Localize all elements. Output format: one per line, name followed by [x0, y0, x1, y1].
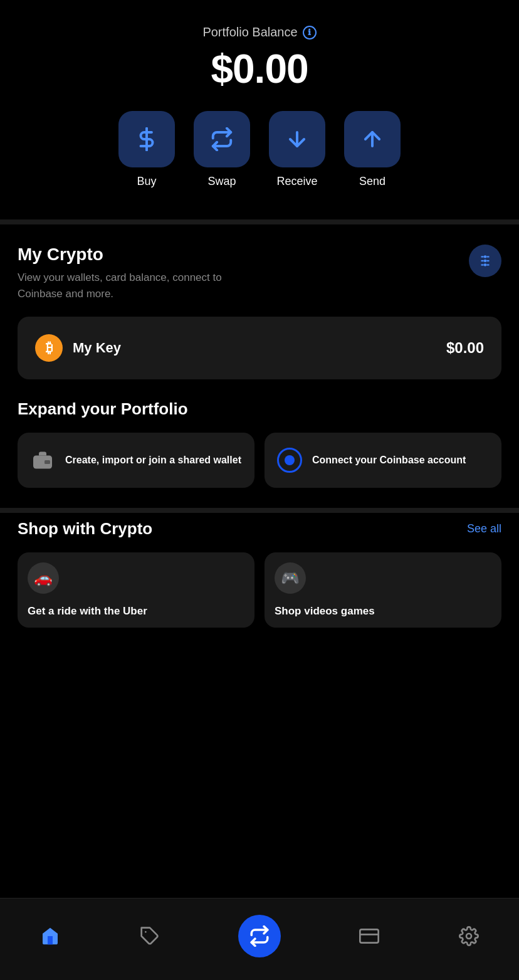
svg-rect-13 — [45, 460, 50, 464]
receive-action[interactable]: Receive — [269, 111, 325, 188]
shop-title: Shop with Crypto — [18, 519, 152, 539]
nav-settings[interactable] — [445, 920, 493, 952]
uber-text: Get a ride with the Uber — [28, 605, 244, 618]
balance-section: Portfolio Balance ℹ $0.00 Buy — [0, 0, 519, 219]
action-buttons: Buy Swap Receive — [118, 111, 401, 188]
games-text: Shop videos games — [275, 605, 491, 618]
expand-title: Expand your Portfolio — [18, 399, 501, 419]
bottom-nav — [0, 898, 519, 980]
nav-home[interactable] — [26, 920, 74, 952]
see-all-link[interactable]: See all — [467, 522, 501, 535]
nav-transfer[interactable] — [226, 910, 293, 962]
tag-icon — [139, 925, 161, 947]
crypto-card-left: ₿ My Key — [35, 334, 121, 362]
swap-button[interactable] — [194, 111, 250, 167]
my-crypto-section: My Crypto View your wallets, card balanc… — [0, 224, 519, 399]
expand-portfolio-section: Expand your Portfolio Create, import or … — [0, 399, 519, 508]
send-icon — [360, 127, 384, 151]
dollar-icon — [135, 127, 159, 151]
balance-title: Portfolio Balance ℹ — [202, 25, 316, 40]
buy-label: Buy — [137, 175, 156, 188]
my-key-name: My Key — [73, 340, 121, 356]
send-button[interactable] — [344, 111, 401, 167]
balance-amount: $0.00 — [211, 46, 308, 92]
filter-icon — [477, 253, 493, 269]
balance-label: Portfolio Balance — [202, 25, 297, 40]
send-label: Send — [359, 175, 385, 188]
section-header: My Crypto View your wallets, card balanc… — [18, 245, 501, 302]
filter-button[interactable] — [469, 245, 501, 277]
divider-2 — [0, 508, 519, 513]
bitcoin-icon: ₿ — [35, 334, 63, 362]
divider-1 — [0, 219, 519, 224]
create-wallet-text: Create, import or join a shared wallet — [65, 453, 241, 467]
receive-icon — [285, 127, 309, 151]
home-icon — [39, 925, 61, 947]
my-key-card[interactable]: ₿ My Key $0.00 — [18, 317, 501, 379]
svg-rect-15 — [360, 929, 378, 942]
coinbase-card[interactable]: Connect your Coinbase account — [265, 433, 501, 488]
coinbase-icon-inner — [285, 455, 295, 465]
card-icon — [358, 925, 380, 947]
svg-point-3 — [484, 255, 486, 258]
buy-action[interactable]: Buy — [118, 111, 175, 188]
buy-button[interactable] — [118, 111, 175, 167]
send-action[interactable]: Send — [344, 111, 401, 188]
shop-header: Shop with Crypto See all — [18, 519, 501, 539]
section-header-text: My Crypto View your wallets, card balanc… — [18, 245, 231, 302]
create-wallet-card[interactable]: Create, import or join a shared wallet — [18, 433, 254, 488]
receive-label: Receive — [276, 175, 317, 188]
uber-icon: 🚗 — [28, 562, 59, 594]
swap-icon — [210, 127, 234, 151]
svg-point-5 — [484, 263, 486, 266]
coinbase-text: Connect your Coinbase account — [312, 453, 466, 467]
nav-tags[interactable] — [126, 920, 174, 952]
uber-shop-card[interactable]: 🚗 Get a ride with the Uber — [18, 552, 254, 628]
my-crypto-title: My Crypto — [18, 245, 231, 265]
nav-card[interactable] — [345, 920, 393, 952]
info-icon[interactable]: ℹ — [303, 26, 317, 40]
svg-point-17 — [466, 934, 471, 939]
wallet-icon — [30, 448, 55, 473]
shop-crypto-section: Shop with Crypto See all 🚗 Get a ride wi… — [0, 513, 519, 640]
my-key-value: $0.00 — [446, 339, 484, 357]
shop-cards: 🚗 Get a ride with the Uber 🎮 Shop videos… — [18, 552, 501, 628]
expand-cards: Create, import or join a shared wallet C… — [18, 433, 501, 488]
gear-icon — [458, 925, 480, 947]
coinbase-icon — [277, 448, 302, 473]
games-icon: 🎮 — [275, 562, 306, 594]
receive-button[interactable] — [269, 111, 325, 167]
svg-point-4 — [484, 260, 486, 262]
games-shop-card[interactable]: 🎮 Shop videos games — [265, 552, 501, 628]
transfer-button[interactable] — [238, 915, 281, 957]
my-crypto-subtitle: View your wallets, card balance, connect… — [18, 270, 231, 302]
swap-action[interactable]: Swap — [194, 111, 250, 188]
swap-label: Swap — [207, 175, 236, 188]
